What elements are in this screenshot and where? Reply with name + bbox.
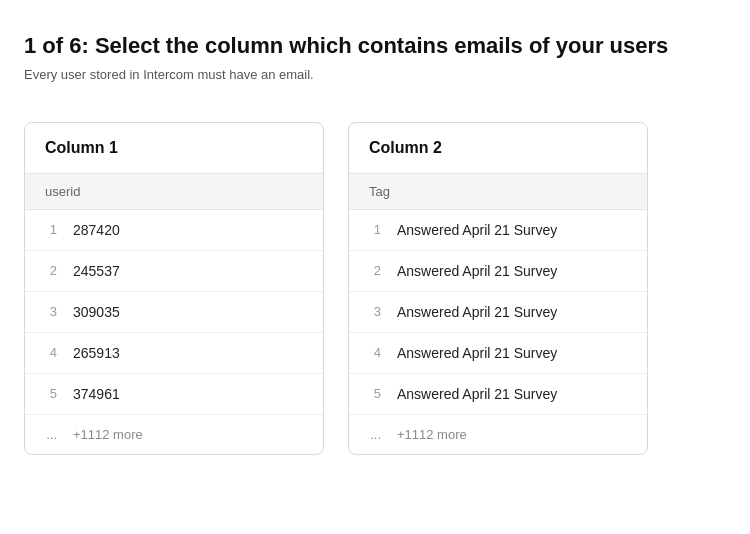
- row-number: 1: [41, 222, 57, 237]
- row-value: Answered April 21 Survey: [397, 263, 557, 279]
- row-value: 309035: [73, 304, 120, 320]
- table-row: 4Answered April 21 Survey: [349, 333, 647, 374]
- row-number: 4: [41, 345, 57, 360]
- more-prefix: ...: [365, 427, 381, 442]
- page-title: 1 of 6: Select the column which contains…: [24, 32, 726, 61]
- columns-container: Column 1userid12874202245537330903542659…: [24, 122, 726, 455]
- row-number: 3: [365, 304, 381, 319]
- page-header: 1 of 6: Select the column which contains…: [24, 32, 726, 82]
- row-value: Answered April 21 Survey: [397, 304, 557, 320]
- column-card-2[interactable]: Column 2Tag1Answered April 21 Survey2Ans…: [348, 122, 648, 455]
- more-prefix: ...: [41, 427, 57, 442]
- column-1-header: Column 1: [25, 123, 323, 174]
- table-row: 1287420: [25, 210, 323, 251]
- column-2-more: ...+1112 more: [349, 415, 647, 454]
- column-card-1[interactable]: Column 1userid12874202245537330903542659…: [24, 122, 324, 455]
- table-row: 3Answered April 21 Survey: [349, 292, 647, 333]
- row-number: 2: [41, 263, 57, 278]
- row-number: 5: [41, 386, 57, 401]
- column-2-header: Column 2: [349, 123, 647, 174]
- row-value: 287420: [73, 222, 120, 238]
- table-row: 4265913: [25, 333, 323, 374]
- table-row: 5374961: [25, 374, 323, 415]
- column-2-subheader: Tag: [349, 174, 647, 210]
- table-row: 2Answered April 21 Survey: [349, 251, 647, 292]
- table-row: 2245537: [25, 251, 323, 292]
- page-subtitle: Every user stored in Intercom must have …: [24, 67, 726, 82]
- row-value: Answered April 21 Survey: [397, 222, 557, 238]
- row-number: 5: [365, 386, 381, 401]
- more-label: +1112 more: [397, 427, 467, 442]
- row-number: 4: [365, 345, 381, 360]
- row-value: 374961: [73, 386, 120, 402]
- table-row: 1Answered April 21 Survey: [349, 210, 647, 251]
- column-1-subheader: userid: [25, 174, 323, 210]
- row-value: Answered April 21 Survey: [397, 386, 557, 402]
- row-value: Answered April 21 Survey: [397, 345, 557, 361]
- row-value: 265913: [73, 345, 120, 361]
- table-row: 3309035: [25, 292, 323, 333]
- row-value: 245537: [73, 263, 120, 279]
- column-1-more: ...+1112 more: [25, 415, 323, 454]
- more-label: +1112 more: [73, 427, 143, 442]
- row-number: 2: [365, 263, 381, 278]
- row-number: 3: [41, 304, 57, 319]
- row-number: 1: [365, 222, 381, 237]
- table-row: 5Answered April 21 Survey: [349, 374, 647, 415]
